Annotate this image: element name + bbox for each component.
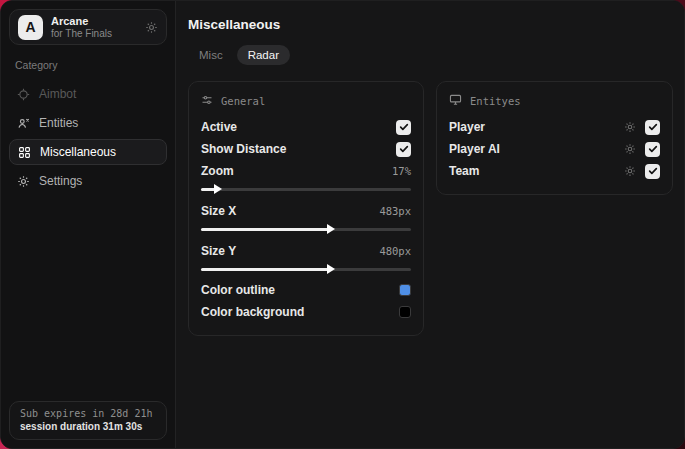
entity-controls <box>624 164 660 179</box>
size-y-slider[interactable] <box>201 263 411 275</box>
subscription-card: Sub expires in 28d 21h session duration … <box>9 401 167 440</box>
sidebar-item-label: Entities <box>39 116 78 130</box>
tab-radar[interactable]: Radar <box>237 45 290 65</box>
panels-row: General Active Show Distance Zoom <box>188 81 673 336</box>
entities-panel-header: Entityes <box>449 92 660 110</box>
slider-thumb[interactable] <box>327 224 335 234</box>
grid-icon <box>18 146 31 159</box>
entity-row-player-ai: Player AI <box>449 138 660 160</box>
entity-controls <box>624 120 660 135</box>
entity-settings-icon[interactable] <box>624 165 636 177</box>
team-checkbox[interactable] <box>645 164 660 179</box>
entities-panel: Entityes Player <box>436 81 673 195</box>
session-duration-text: session duration 31m 30s <box>20 421 156 432</box>
crosshair-icon <box>17 88 30 101</box>
size-y-value: 480px <box>379 245 411 257</box>
zoom-value: 17% <box>392 165 411 177</box>
show-distance-checkbox[interactable] <box>396 142 411 157</box>
sub-expires-text: Sub expires in 28d 21h <box>20 408 156 419</box>
setting-label: Zoom <box>201 164 234 178</box>
monitor-icon <box>449 92 462 110</box>
color-outline-swatch[interactable] <box>399 284 411 296</box>
entity-controls <box>624 142 660 157</box>
setting-row-size-x: Size X 483px <box>201 200 411 222</box>
general-panel-header: General <box>201 92 411 110</box>
app-logo: A <box>18 15 43 40</box>
setting-label: Color background <box>201 305 304 319</box>
entity-label: Player AI <box>449 142 500 156</box>
page-title: Miscellaneous <box>188 17 673 32</box>
player-checkbox[interactable] <box>645 120 660 135</box>
slider-fill <box>201 228 329 231</box>
setting-label: Active <box>201 120 237 134</box>
general-panel: General Active Show Distance Zoom <box>188 81 424 336</box>
setting-row-active: Active <box>201 116 411 138</box>
sidebar-item-aimbot[interactable]: Aimbot <box>9 81 167 107</box>
slider-thumb[interactable] <box>214 184 222 194</box>
entities-icon <box>17 117 30 130</box>
brand-card: A Arcane for The Finals <box>9 9 167 45</box>
entity-row-player: Player <box>449 116 660 138</box>
main-content: Miscellaneous Misc Radar General <box>176 1 685 448</box>
brand-text: Arcane for The Finals <box>51 15 137 39</box>
sidebar-item-label: Miscellaneous <box>40 145 116 159</box>
sidebar-item-entities[interactable]: Entities <box>9 110 167 136</box>
app-window: A Arcane for The Finals Category <box>0 0 685 449</box>
entity-settings-icon[interactable] <box>624 121 636 133</box>
setting-row-color-outline: Color outline <box>201 279 411 301</box>
general-panel-title: General <box>221 95 265 107</box>
slider-thumb[interactable] <box>327 264 335 274</box>
sidebar-nav: Aimbot Entities <box>9 81 167 194</box>
setting-label: Color outline <box>201 283 275 297</box>
sidebar-item-label: Aimbot <box>39 87 76 101</box>
entity-label: Team <box>449 164 479 178</box>
app-name: Arcane <box>51 15 137 28</box>
app-subtitle: for The Finals <box>51 28 137 40</box>
sidebar: A Arcane for The Finals Category <box>1 1 176 448</box>
category-label: Category <box>15 59 167 71</box>
entities-panel-title: Entityes <box>470 95 521 107</box>
entity-settings-icon[interactable] <box>624 143 636 155</box>
sliders-icon <box>201 92 213 110</box>
slider-track <box>201 188 411 191</box>
gear-icon <box>17 175 30 188</box>
setting-row-zoom: Zoom 17% <box>201 160 411 182</box>
sidebar-item-label: Settings <box>39 174 82 188</box>
player-ai-checkbox[interactable] <box>645 142 660 157</box>
setting-row-size-y: Size Y 480px <box>201 240 411 262</box>
size-x-slider[interactable] <box>201 223 411 235</box>
setting-label: Show Distance <box>201 142 286 156</box>
setting-row-color-background: Color background <box>201 301 411 323</box>
zoom-slider[interactable] <box>201 183 411 195</box>
slider-fill <box>201 268 329 271</box>
sidebar-item-settings[interactable]: Settings <box>9 168 167 194</box>
setting-row-show-distance: Show Distance <box>201 138 411 160</box>
color-background-swatch[interactable] <box>399 306 411 318</box>
active-checkbox[interactable] <box>396 120 411 135</box>
entity-row-team: Team <box>449 160 660 182</box>
setting-label: Size X <box>201 204 236 218</box>
tab-misc[interactable]: Misc <box>188 45 234 65</box>
brand-gear-icon[interactable] <box>145 21 158 34</box>
sidebar-item-miscellaneous[interactable]: Miscellaneous <box>9 139 167 165</box>
size-x-value: 483px <box>379 205 411 217</box>
tab-bar: Misc Radar <box>188 45 673 65</box>
setting-label: Size Y <box>201 244 236 258</box>
entity-label: Player <box>449 120 485 134</box>
